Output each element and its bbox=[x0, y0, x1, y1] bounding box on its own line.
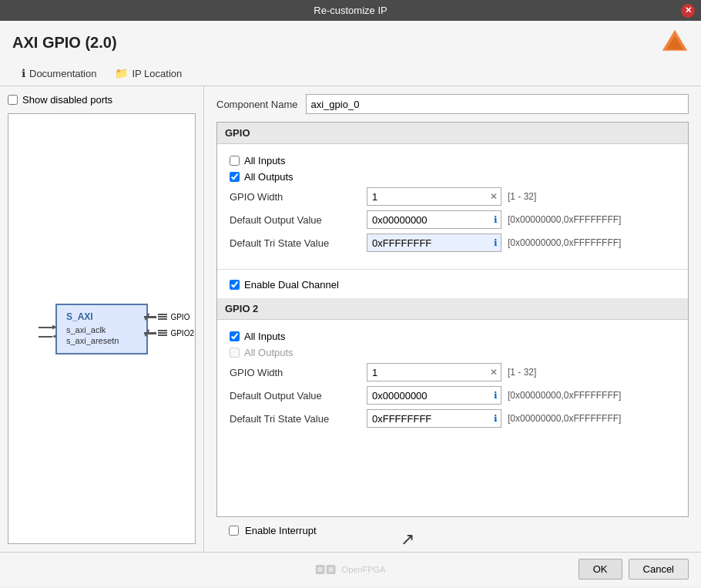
gpio-width-row: GPIO Width ✕ [1 - 32] bbox=[230, 187, 676, 206]
block-box: S_AXI s_axi_aclk s_axi_aresetn bbox=[55, 304, 148, 354]
gpio2-default-output-info-icon[interactable]: ℹ bbox=[494, 390, 498, 401]
cancel-button[interactable]: Cancel bbox=[629, 559, 689, 580]
content-area: Show disabled ports bbox=[0, 86, 701, 552]
all-outputs-row: All Outputs bbox=[230, 171, 676, 183]
default-tristate-row: Default Tri State Value ℹ [0x00000000,0x… bbox=[230, 234, 676, 252]
xilinx-logo bbox=[661, 29, 689, 56]
show-disabled-label[interactable]: Show disabled ports bbox=[22, 94, 112, 106]
component-name-row: Component Name bbox=[216, 94, 689, 114]
enable-interrupt-row: Enable Interrupt bbox=[216, 517, 689, 544]
all-inputs-row: All Inputs bbox=[230, 155, 676, 166]
title-bar: Re-customize IP ✕ bbox=[0, 0, 701, 21]
gpio-width-input-wrapper: ✕ bbox=[367, 187, 501, 206]
component-name-label: Component Name bbox=[216, 99, 298, 110]
gpio2-section-header: GPIO 2 bbox=[217, 298, 688, 320]
port-s-axi-aclk: s_axi_aclk bbox=[66, 325, 137, 334]
gpio2-default-tristate-info-icon[interactable]: ℹ bbox=[494, 413, 498, 424]
tabs-row: ℹ Documentation 📁 IP Location bbox=[12, 62, 689, 86]
divider1 bbox=[217, 269, 688, 270]
gpio1-section-header: GPIO bbox=[217, 123, 688, 144]
gpio2-default-tristate-label: Default Tri State Value bbox=[230, 413, 361, 425]
tab-documentation-label: Documentation bbox=[29, 68, 96, 79]
enable-dual-channel-label[interactable]: Enable Dual Channel bbox=[244, 279, 339, 291]
folder-icon: 📁 bbox=[115, 67, 128, 79]
gpio-width-range: [1 - 32] bbox=[508, 191, 536, 202]
header-area: AXI GPIO (2.0) ℹ Documentation 📁 IP Loca… bbox=[0, 21, 701, 86]
all-outputs-label[interactable]: All Outputs bbox=[244, 171, 293, 183]
gpio2-default-tristate-range: [0x00000000,0xFFFFFFFF] bbox=[508, 413, 621, 424]
window-title: Re-customize IP bbox=[314, 5, 387, 16]
show-disabled-ports-checkbox[interactable] bbox=[8, 95, 18, 105]
port-label-aresetn: s_axi_aresetn bbox=[66, 336, 119, 345]
default-output-input-wrapper: ℹ bbox=[367, 210, 501, 229]
gpio2-width-row: GPIO Width ✕ [1 - 32] bbox=[230, 363, 676, 381]
default-tristate-range: [0x00000000,0xFFFFFFFF] bbox=[508, 237, 621, 248]
gpio2-width-input-wrapper: ✕ bbox=[367, 363, 501, 381]
svg-rect-4 bbox=[318, 567, 323, 572]
gpio-width-input[interactable] bbox=[372, 191, 496, 203]
all-inputs-label[interactable]: All Inputs bbox=[244, 155, 285, 166]
gpio2-default-tristate-input[interactable] bbox=[372, 413, 496, 425]
svg-rect-5 bbox=[329, 567, 334, 572]
tab-ip-location[interactable]: 📁 IP Location bbox=[106, 62, 191, 86]
open-fpga-logo: OpenFPGA bbox=[316, 562, 386, 577]
default-output-input[interactable] bbox=[372, 214, 496, 226]
gpio2-all-inputs-row: All Inputs bbox=[230, 331, 676, 342]
default-tristate-input-wrapper: ℹ bbox=[367, 234, 501, 252]
horizontal-scrollbar[interactable]: ◀ ▶ bbox=[217, 516, 688, 517]
config-scroll-area[interactable]: GPIO All Inputs All Outputs GPIO Width bbox=[217, 123, 688, 516]
gpio2-section-body: All Inputs All Outputs GPIO Width ✕ bbox=[217, 320, 688, 438]
gpio-width-clear-icon[interactable]: ✕ bbox=[490, 191, 498, 202]
all-inputs-checkbox[interactable] bbox=[230, 156, 240, 166]
gpio2-all-outputs-label: All Outputs bbox=[244, 347, 293, 358]
gpio2-default-output-label: Default Output Value bbox=[230, 390, 361, 402]
gpio2-default-tristate-input-wrapper: ℹ bbox=[367, 409, 501, 428]
gpio2-default-tristate-row: Default Tri State Value ℹ [0x00000000,0x… bbox=[230, 409, 676, 428]
default-output-range: [0x00000000,0xFFFFFFFF] bbox=[508, 214, 621, 225]
gpio-width-label: GPIO Width bbox=[230, 191, 361, 203]
show-disabled-row: Show disabled ports bbox=[8, 94, 196, 106]
close-icon: ✕ bbox=[685, 5, 692, 15]
gpio2-all-outputs-row: All Outputs bbox=[230, 347, 676, 358]
gpio2-width-range: [1 - 32] bbox=[508, 367, 536, 378]
block-diagram: S_AXI s_axi_aclk s_axi_aresetn bbox=[55, 304, 148, 354]
enable-dual-channel-checkbox[interactable] bbox=[230, 280, 240, 290]
default-tristate-input[interactable] bbox=[372, 237, 496, 249]
gpio1-section-body: All Inputs All Outputs GPIO Width ✕ bbox=[217, 144, 688, 263]
enable-interrupt-checkbox[interactable] bbox=[229, 526, 239, 536]
default-output-info-icon[interactable]: ℹ bbox=[494, 214, 498, 225]
right-panel: Component Name GPIO All Inputs bbox=[204, 86, 701, 552]
component-preview: S_AXI s_axi_aclk s_axi_aresetn bbox=[8, 113, 196, 544]
right-port-gpio2: GPIO2 bbox=[170, 329, 194, 338]
default-tristate-label: Default Tri State Value bbox=[230, 237, 361, 249]
gpio2-default-output-range: [0x00000000,0xFFFFFFFF] bbox=[508, 390, 621, 401]
enable-interrupt-label[interactable]: Enable Interrupt bbox=[245, 525, 317, 536]
port-s-axi-aresetn: s_axi_aresetn bbox=[66, 336, 137, 345]
block-title: S_AXI bbox=[66, 311, 137, 322]
main-window: AXI GPIO (2.0) ℹ Documentation 📁 IP Loca… bbox=[0, 21, 701, 586]
logo-svg bbox=[316, 562, 339, 577]
port-label-aclk: s_axi_aclk bbox=[66, 325, 106, 334]
default-output-row: Default Output Value ℹ [0x00000000,0xFFF… bbox=[230, 210, 676, 229]
left-panel: Show disabled ports bbox=[0, 86, 204, 552]
gpio2-all-inputs-checkbox[interactable] bbox=[230, 331, 240, 341]
default-output-label: Default Output Value bbox=[230, 214, 361, 226]
gpio2-default-output-input[interactable] bbox=[372, 390, 496, 402]
gpio2-width-clear-icon[interactable]: ✕ bbox=[490, 367, 498, 378]
ok-button[interactable]: OK bbox=[579, 559, 622, 580]
gpio2-width-label: GPIO Width bbox=[230, 367, 361, 378]
config-panel: GPIO All Inputs All Outputs GPIO Width bbox=[216, 122, 689, 517]
gpio2-default-output-row: Default Output Value ℹ [0x00000000,0xFFF… bbox=[230, 386, 676, 405]
all-outputs-checkbox[interactable] bbox=[230, 172, 240, 182]
default-tristate-info-icon[interactable]: ℹ bbox=[494, 237, 498, 248]
gpio2-width-input[interactable] bbox=[372, 367, 496, 378]
enable-dual-channel-row: Enable Dual Channel bbox=[217, 276, 688, 294]
gpio2-all-inputs-label[interactable]: All Inputs bbox=[244, 331, 285, 342]
close-button[interactable]: ✕ bbox=[681, 4, 695, 18]
bottom-bar: OpenFPGA OK Cancel bbox=[0, 552, 701, 586]
component-name-input[interactable] bbox=[306, 94, 689, 114]
app-title: AXI GPIO (2.0) bbox=[12, 34, 117, 52]
tab-documentation[interactable]: ℹ Documentation bbox=[12, 62, 106, 86]
gpio2-all-outputs-checkbox[interactable] bbox=[230, 348, 240, 358]
info-icon: ℹ bbox=[22, 67, 25, 79]
